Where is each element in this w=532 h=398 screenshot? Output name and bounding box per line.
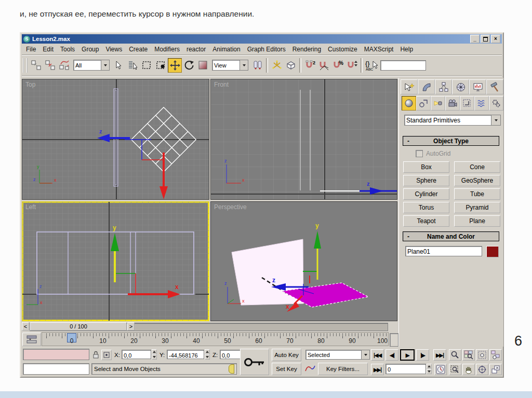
menu-customize[interactable]: Customize <box>328 46 357 53</box>
previous-frame-button[interactable]: ◀| <box>385 349 398 361</box>
arc-rotate-button[interactable] <box>476 364 488 375</box>
key-filters-button[interactable]: Key Filters... <box>318 363 368 375</box>
select-and-rotate-icon[interactable] <box>182 58 196 73</box>
tab-hierarchy[interactable] <box>435 79 452 94</box>
use-center-icon[interactable] <box>250 58 264 73</box>
mini-curve-editor-button[interactable] <box>22 333 41 346</box>
combo-arrow-icon[interactable] <box>361 350 369 359</box>
category-cameras[interactable] <box>445 96 460 111</box>
plane-button[interactable]: Plane <box>454 215 500 227</box>
restore-button[interactable] <box>481 35 490 43</box>
communication-center-icon[interactable] <box>229 364 234 374</box>
category-shapes[interactable] <box>416 96 431 111</box>
next-frame-button[interactable]: |▶ <box>416 349 429 361</box>
y-spinner[interactable] <box>205 349 210 360</box>
window-crossing-icon[interactable] <box>154 58 168 73</box>
select-and-link-icon[interactable] <box>29 58 43 73</box>
menu-animation[interactable]: Animation <box>212 46 240 53</box>
tube-button[interactable]: Tube <box>454 188 500 200</box>
menu-help[interactable]: Help <box>400 46 413 53</box>
geosphere-button[interactable]: GeoSphere <box>454 175 500 186</box>
time-configuration-button[interactable] <box>434 364 447 375</box>
teapot-button[interactable]: Teapot <box>403 215 449 227</box>
reference-coordinate-combo[interactable]: View <box>212 60 248 71</box>
viewport-left-active[interactable]: Left y x z x <box>22 201 209 321</box>
bind-to-spacewarp-icon[interactable] <box>57 58 71 73</box>
next-frame-arrow[interactable]: > <box>127 322 135 331</box>
sphere-button[interactable]: Sphere <box>403 175 449 186</box>
set-keys-button[interactable] <box>240 349 269 375</box>
menu-modifiers[interactable]: Modifiers <box>154 46 180 53</box>
track-bar-ruler[interactable]: 0 10 20 30 40 50 60 70 80 90 100 <box>42 332 389 346</box>
region-zoom-button[interactable] <box>449 364 461 375</box>
select-object-icon[interactable] <box>112 58 126 73</box>
menu-reactor[interactable]: reactor <box>187 46 206 53</box>
viewport-top[interactable]: Top z x y z <box>22 79 209 200</box>
menu-group[interactable]: Group <box>82 46 99 53</box>
zoom-button[interactable] <box>449 349 461 361</box>
torus-button[interactable]: Torus <box>403 202 449 213</box>
zoom-extents-all-button[interactable] <box>489 349 502 361</box>
named-selection-field[interactable] <box>380 60 426 71</box>
object-color-swatch[interactable] <box>486 246 499 257</box>
frame-spinner[interactable] <box>427 364 432 374</box>
combo-arrow-icon[interactable] <box>101 60 109 70</box>
viewport-front-label[interactable]: Front <box>214 81 229 88</box>
viewport-front[interactable]: Front z z x <box>210 79 397 200</box>
combo-arrow-icon[interactable] <box>240 60 248 70</box>
unlink-icon[interactable] <box>43 58 57 73</box>
pan-button[interactable] <box>462 364 475 375</box>
primitives-dropdown[interactable]: Standard Primitives <box>404 115 501 126</box>
maxscript-listener-pink[interactable] <box>23 349 89 360</box>
name-color-rollout-header[interactable]: - Name and Color <box>403 231 499 241</box>
current-frame-field[interactable]: 0 <box>385 364 426 374</box>
menu-file[interactable]: File <box>26 46 36 53</box>
spinner-snap-icon[interactable] <box>345 58 359 73</box>
menu-maxscript[interactable]: MAXScript <box>364 46 394 53</box>
tab-motion[interactable] <box>452 79 469 94</box>
viewport-perspective[interactable]: Perspective y z x z x <box>210 201 397 321</box>
toolbar-drag-handle[interactable] <box>23 58 28 73</box>
previous-frame-arrow[interactable]: < <box>22 322 29 331</box>
close-button[interactable]: × <box>491 35 500 43</box>
cone-button[interactable]: Cone <box>454 161 500 173</box>
keyboard-override-icon[interactable] <box>284 58 298 73</box>
category-space-warps[interactable] <box>474 96 489 111</box>
tab-display[interactable] <box>469 79 486 94</box>
cylinder-button[interactable]: Cylinder <box>403 188 449 200</box>
x-coordinate-field[interactable]: 0,0 <box>122 350 151 359</box>
angle-snap-icon[interactable] <box>317 58 331 73</box>
default-in-out-tangent-icon[interactable] <box>304 364 316 375</box>
category-systems[interactable] <box>489 96 503 111</box>
category-lights[interactable] <box>431 96 445 111</box>
absolute-mode-toggle[interactable] <box>101 350 112 360</box>
go-to-start-button[interactable]: |◀◀ <box>371 349 384 361</box>
selection-filter-combo[interactable]: All <box>73 60 110 71</box>
titlebar[interactable]: S Lesson2.max _ × <box>22 34 502 44</box>
go-to-end-button-2[interactable]: ▶▶| <box>371 364 384 375</box>
object-type-rollout-header[interactable]: - Object Type <box>403 136 499 146</box>
zoom-extents-button[interactable] <box>476 349 488 361</box>
time-slider-handle[interactable]: 0 / 100 <box>30 322 127 331</box>
menu-tools[interactable]: Tools <box>60 46 75 53</box>
auto-key-button[interactable]: Auto Key <box>272 349 301 361</box>
box-button[interactable]: Box <box>403 161 449 173</box>
menu-views[interactable]: Views <box>105 46 122 53</box>
menu-edit[interactable]: Edit <box>43 46 54 53</box>
pyramid-button[interactable]: Pyramid <box>454 202 500 213</box>
tab-create[interactable] <box>401 79 418 94</box>
set-key-button[interactable]: Set Key <box>272 363 301 375</box>
x-spinner[interactable] <box>152 349 157 360</box>
rectangular-selection-icon[interactable] <box>140 58 154 73</box>
viewport-perspective-label[interactable]: Perspective <box>214 203 247 211</box>
select-and-manipulate-icon[interactable] <box>270 58 284 73</box>
maxscript-listener-white[interactable] <box>23 363 89 375</box>
select-and-scale-icon[interactable] <box>196 58 210 73</box>
menu-create[interactable]: Create <box>129 46 148 53</box>
viewport-left-label[interactable]: Left <box>25 203 36 211</box>
play-button[interactable]: ▶ <box>400 349 415 361</box>
y-coordinate-field[interactable]: -44,568176 <box>167 350 204 359</box>
named-selection-sets-icon[interactable]: {}ABC <box>364 58 378 73</box>
min-max-toggle-button[interactable] <box>489 364 502 375</box>
menu-rendering[interactable]: Rendering <box>292 46 321 53</box>
